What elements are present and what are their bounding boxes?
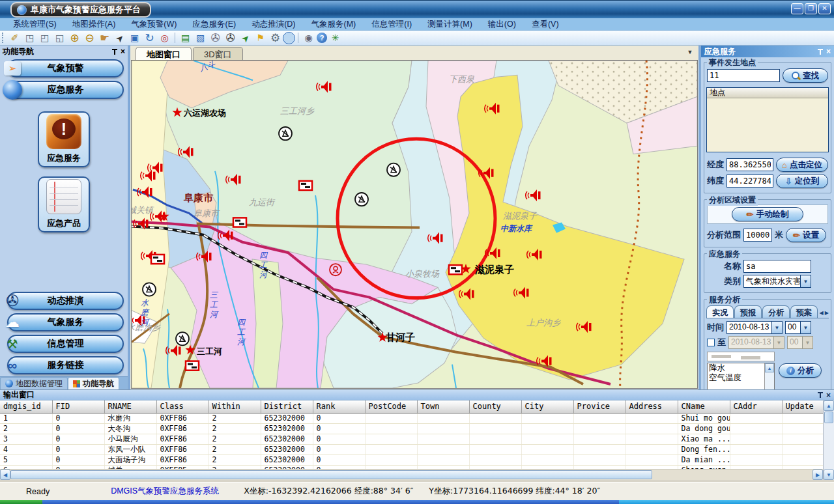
scene-icon[interactable]: ✳ bbox=[328, 32, 342, 44]
sign-marker[interactable] bbox=[186, 361, 199, 371]
close-icon[interactable]: × bbox=[826, 48, 831, 55]
minimize-button[interactable]: — bbox=[791, 3, 803, 14]
measure-icon[interactable]: ✐ bbox=[8, 32, 22, 44]
sign-marker[interactable] bbox=[151, 255, 164, 264]
sign-marker[interactable] bbox=[299, 181, 312, 190]
close-icon[interactable]: × bbox=[121, 48, 125, 55]
map-canvas[interactable]: 六运湖农场三工河乡下西泉九运街阜康市阜康市城关镇滋泥泉子中新水库滋泥泉子小泉牧场… bbox=[131, 60, 698, 389]
column-header[interactable]: District bbox=[261, 400, 313, 413]
export-image-icon[interactable]: ▧ bbox=[194, 32, 207, 44]
column-header[interactable]: Class bbox=[156, 400, 208, 413]
table-row[interactable]: 40东风一小队0XFF8626523020000Dong fen... bbox=[0, 444, 823, 455]
element-listbox[interactable]: 降水空气温度 ▲ ▼ bbox=[707, 363, 775, 389]
menu-item-9[interactable]: 查看(V) bbox=[524, 19, 567, 30]
circleA-marker[interactable] bbox=[355, 193, 368, 206]
scroll-up-icon[interactable]: ▲ bbox=[824, 400, 834, 411]
close-button[interactable]: ✕ bbox=[818, 3, 831, 14]
service-name-input[interactable] bbox=[743, 260, 811, 273]
scroll-thumb[interactable] bbox=[10, 470, 652, 479]
column-header[interactable]: PostCode bbox=[365, 400, 417, 413]
tab-scroll-arrows[interactable]: ◀ ▶ bbox=[819, 310, 829, 318]
map-tab-dropdown-icon[interactable]: ▼ bbox=[685, 49, 695, 55]
layers-icon[interactable]: ▤ bbox=[179, 32, 192, 44]
nav-button[interactable]: 应急服务 bbox=[7, 81, 124, 99]
element-combobox[interactable] bbox=[707, 352, 775, 361]
circleA-marker[interactable] bbox=[387, 163, 400, 176]
scroll-right-icon[interactable]: ▶ bbox=[812, 469, 823, 480]
table-row[interactable]: 30小马厩沟0XFF8626523020000Xiao ma ... bbox=[0, 434, 823, 444]
menu-item-8[interactable]: 输出(O) bbox=[480, 19, 524, 30]
column-header[interactable]: County bbox=[469, 400, 521, 413]
nav-button[interactable]: 气象服务 bbox=[7, 313, 124, 331]
column-header[interactable]: FID bbox=[52, 400, 104, 413]
table-row[interactable]: 20大冬沟0XFF8626523020000Da dong gou bbox=[0, 423, 823, 434]
menu-item-4[interactable]: 动态推演(D) bbox=[244, 19, 303, 30]
table-row[interactable]: 10水磨沟0XFF8626523020000Shui mo gou bbox=[0, 413, 823, 423]
analysis-tab[interactable]: 分析 bbox=[762, 305, 790, 318]
print-setup-icon[interactable]: ✇ bbox=[223, 32, 237, 44]
menu-item-3[interactable]: 应急服务(E) bbox=[184, 19, 244, 30]
circleA-marker[interactable] bbox=[176, 332, 189, 345]
column-header[interactable]: dmgis_id bbox=[0, 400, 52, 413]
analysis-tab[interactable]: 预报 bbox=[734, 305, 762, 318]
nav-button[interactable]: 气象预警 bbox=[7, 59, 124, 77]
circleA-marker[interactable] bbox=[143, 283, 156, 296]
column-header[interactable]: CName bbox=[678, 400, 730, 413]
list-item[interactable]: 降水 bbox=[708, 363, 764, 373]
pin-icon[interactable] bbox=[111, 49, 117, 55]
menu-item-0[interactable]: 系统管理(S) bbox=[5, 19, 65, 30]
type-combobox[interactable]: 气象和洪水灾害 ▼ bbox=[743, 275, 811, 288]
globe-icon[interactable] bbox=[283, 33, 295, 44]
zoom-out-icon[interactable]: ⊖ bbox=[83, 32, 96, 44]
circleA-marker[interactable] bbox=[279, 127, 292, 140]
menu-item-2[interactable]: 气象预警(W) bbox=[123, 19, 184, 30]
hour-combobox[interactable]: 00 ▼ bbox=[785, 321, 811, 334]
sign-marker[interactable] bbox=[449, 265, 462, 274]
settings-gear-icon[interactable]: ⚙ bbox=[268, 32, 282, 44]
analysis-tab[interactable]: 预案 bbox=[790, 305, 818, 318]
nav-button[interactable]: 动态推演 bbox=[7, 292, 124, 310]
scroll-up-icon[interactable]: ▲ bbox=[765, 363, 774, 372]
search-button[interactable]: 查找 bbox=[783, 68, 828, 83]
list-item[interactable]: 空气温度 bbox=[708, 373, 764, 383]
location-list[interactable]: 地点 bbox=[706, 87, 829, 152]
pan-icon[interactable]: ☛ bbox=[98, 32, 111, 44]
longitude-input[interactable] bbox=[726, 158, 773, 171]
analyze-button[interactable]: i 分析 bbox=[779, 363, 822, 378]
identify-icon[interactable]: ➤ bbox=[236, 29, 254, 47]
help-icon[interactable]: ? bbox=[317, 33, 327, 43]
column-header[interactable]: Within bbox=[208, 400, 261, 413]
pin-icon[interactable] bbox=[817, 49, 823, 55]
analysis-tab[interactable]: 实况 bbox=[706, 305, 734, 318]
date-combobox[interactable]: 2010-08-13 ▼ bbox=[726, 321, 783, 334]
column-header[interactable]: Rank bbox=[313, 400, 365, 413]
tool-button[interactable]: 应急服务 bbox=[38, 111, 90, 167]
column-header[interactable]: Provice bbox=[573, 400, 626, 413]
location-search-input[interactable] bbox=[707, 69, 780, 82]
range-input[interactable] bbox=[743, 229, 772, 242]
menu-item-5[interactable]: 气象服务(M) bbox=[304, 19, 364, 30]
print-icon[interactable]: ✇ bbox=[208, 32, 222, 44]
scroll-thumb[interactable] bbox=[824, 412, 833, 423]
tool-button[interactable]: 应急产品 bbox=[38, 176, 90, 232]
eye-icon[interactable]: ◉ bbox=[302, 32, 315, 44]
zoom-scale-icon[interactable]: ◎ bbox=[158, 32, 171, 44]
chevron-down-icon[interactable]: ▼ bbox=[800, 275, 811, 287]
locate-to-button[interactable]: ⇩ 定位到 bbox=[776, 174, 828, 188]
select-rect-icon[interactable]: ◳ bbox=[23, 32, 36, 44]
map-tab[interactable]: 地图窗口 bbox=[136, 47, 192, 60]
pin-marker-icon[interactable]: ⚑ bbox=[253, 32, 267, 44]
refresh-icon[interactable]: ↻ bbox=[143, 32, 156, 44]
column-header[interactable]: RNAME bbox=[104, 400, 156, 413]
zoom-in-icon[interactable]: ⊕ bbox=[68, 32, 81, 44]
to-checkbox[interactable] bbox=[707, 339, 715, 346]
menu-item-1[interactable]: 地图操作(A) bbox=[65, 19, 124, 30]
horizontal-scrollbar[interactable]: ◀ ▶ bbox=[0, 469, 823, 480]
pin-icon[interactable] bbox=[817, 392, 823, 398]
sign-marker[interactable] bbox=[233, 217, 246, 227]
restore-button[interactable]: ❐ bbox=[805, 3, 817, 14]
location-list-body[interactable] bbox=[707, 98, 828, 152]
manual-draw-button[interactable]: ✏ 手动绘制 bbox=[732, 207, 803, 221]
set-range-button[interactable]: ✏ 设置 bbox=[786, 228, 826, 242]
full-extent-icon[interactable]: ▣ bbox=[128, 32, 141, 44]
